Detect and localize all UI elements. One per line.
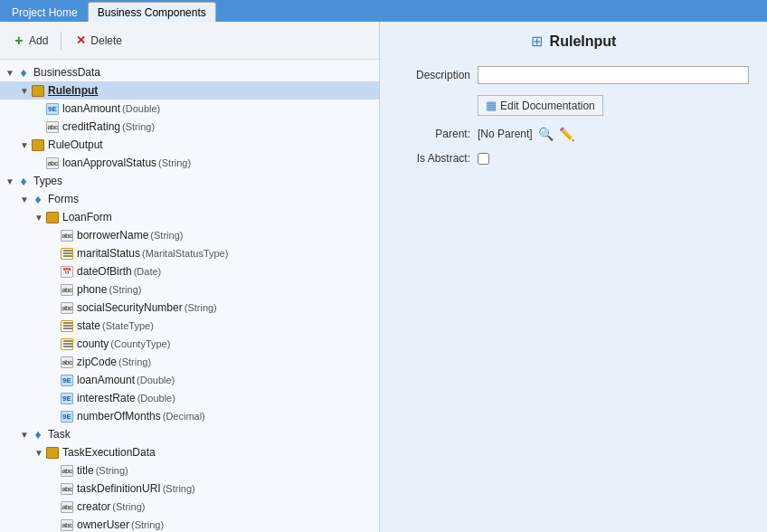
- label-task: Task: [48, 428, 71, 441]
- label-borrower-name: borrowerName: [77, 229, 148, 242]
- label-loan-amount: loanAmount: [62, 102, 120, 115]
- delete-button[interactable]: Delete: [71, 33, 126, 49]
- tree-item-loan-form[interactable]: ▼ LoanForm: [0, 208, 379, 226]
- tree-item-rule-input[interactable]: ▼ RuleInput: [0, 81, 379, 100]
- left-panel: Add Delete ▼ ♦ BusinessData ▼: [0, 22, 380, 532]
- tree-item-state[interactable]: state (StateType): [0, 317, 379, 335]
- toggle-rule-input[interactable]: ▼: [18, 84, 31, 97]
- toggle-loan-form[interactable]: ▼: [33, 211, 45, 223]
- tab-business-components[interactable]: Business Components: [88, 2, 216, 22]
- date-icon-dob: 📅: [60, 264, 74, 279]
- blue-folder-icon-task: ♦: [31, 427, 45, 442]
- tree-item-marital-status[interactable]: maritalStatus (MaritalStatusType): [0, 244, 379, 262]
- main-content: Add Delete ▼ ♦ BusinessData ▼: [0, 22, 767, 532]
- type-marital-status: (MaritalStatusType): [142, 248, 228, 259]
- parent-value-row: [No Parent] 🔍 ✏️: [478, 127, 574, 141]
- type-phone: (String): [109, 284, 141, 295]
- tab-project-home[interactable]: Project Home: [2, 2, 88, 22]
- 99e-icon-loan: 9E: [45, 101, 60, 116]
- 99e-icon-months: 9E: [60, 409, 74, 423]
- type-ssn: (String): [185, 302, 217, 313]
- class-icon-loan-form: [45, 210, 60, 224]
- tree-item-county[interactable]: county (CountyType): [0, 335, 379, 353]
- tree-item-zip[interactable]: abc zipCode (String): [0, 353, 379, 371]
- tree-item-loan-amount2[interactable]: 9E loanAmount (Double): [0, 371, 379, 389]
- type-owner-user: (String): [131, 519, 164, 530]
- description-input[interactable]: [478, 66, 749, 84]
- abc-icon-phone: abc: [60, 282, 74, 297]
- blue-folder-icon-types: ♦: [16, 174, 31, 188]
- is-abstract-row: Is Abstract:: [398, 152, 749, 165]
- 99e-icon-loan2: 9E: [60, 373, 74, 387]
- label-num-months: numberOfMonths: [77, 410, 161, 423]
- label-marital-status: maritalStatus: [77, 247, 140, 260]
- label-task-def-uri: taskDefinitionURI: [77, 482, 161, 495]
- toggle-task[interactable]: ▼: [18, 428, 31, 441]
- abc-icon-task-def: abc: [60, 481, 74, 496]
- tree-item-dob[interactable]: 📅 dateOfBirth (Date): [0, 262, 379, 280]
- toggle-business-data[interactable]: ▼: [4, 66, 16, 79]
- label-dob: dateOfBirth: [77, 265, 132, 278]
- tree-item-ssn[interactable]: abc socialSecurityNumber (String): [0, 299, 379, 317]
- toggle-forms[interactable]: ▼: [18, 193, 31, 205]
- edit-doc-label: Edit Documentation: [500, 100, 595, 112]
- toggle-types[interactable]: ▼: [4, 175, 16, 187]
- tree-item-title[interactable]: abc title (String): [0, 461, 379, 480]
- tree-item-creator[interactable]: abc creator (String): [0, 498, 379, 516]
- right-panel-title: RuleInput: [550, 33, 617, 50]
- tree-item-credit-rating[interactable]: abc creditRating (String): [0, 118, 379, 136]
- blue-folder-icon: ♦: [16, 65, 31, 80]
- label-interest-rate: interestRate: [77, 392, 136, 404]
- label-ssn: socialSecurityNumber: [77, 301, 183, 314]
- rule-input-icon: ⊞: [531, 33, 543, 50]
- label-state: state: [77, 319, 100, 332]
- type-dob: (Date): [134, 266, 162, 277]
- is-abstract-label: Is Abstract:: [398, 152, 470, 165]
- tree-item-borrower-name[interactable]: abc borrowerName (String): [0, 226, 379, 244]
- add-label: Add: [29, 34, 48, 47]
- add-button[interactable]: Add: [9, 33, 52, 49]
- tree-item-loan-amount[interactable]: 9E loanAmount (Double): [0, 100, 379, 118]
- tree-item-num-months[interactable]: 9E numberOfMonths (Decimal): [0, 407, 379, 425]
- tree-item-forms[interactable]: ▼ ♦ Forms: [0, 190, 379, 208]
- class-icon-rule-output: [31, 138, 45, 152]
- tree-item-phone[interactable]: abc phone (String): [0, 280, 379, 299]
- tree-item-task-def-uri[interactable]: abc taskDefinitionURI (String): [0, 480, 379, 498]
- delete-label: Delete: [90, 34, 122, 47]
- type-county: (CountyType): [110, 338, 170, 349]
- label-credit-rating: creditRating: [62, 120, 120, 133]
- right-panel-header: ⊞ RuleInput: [380, 22, 767, 57]
- tree-item-business-data[interactable]: ▼ ♦ BusinessData: [0, 63, 379, 81]
- tree-item-interest-rate[interactable]: 9E interestRate (Double): [0, 389, 379, 407]
- tree-item-task[interactable]: ▼ ♦ Task: [0, 425, 379, 443]
- tree-item-rule-output[interactable]: ▼ RuleOutput: [0, 136, 379, 154]
- toggle-rule-output[interactable]: ▼: [18, 138, 31, 151]
- is-abstract-checkbox[interactable]: [478, 153, 489, 165]
- toggle-task-exec[interactable]: ▼: [33, 446, 45, 459]
- parent-row: Parent: [No Parent] 🔍 ✏️: [398, 127, 749, 141]
- label-owner-user: ownerUser: [77, 518, 129, 531]
- tree-item-task-exec[interactable]: ▼ TaskExecutionData: [0, 443, 379, 461]
- toolbar: Add Delete: [0, 22, 379, 60]
- tree-container[interactable]: ▼ ♦ BusinessData ▼ RuleInput 9E: [0, 60, 379, 532]
- type-credit-rating: (String): [122, 121, 155, 132]
- tree-item-loan-approval[interactable]: abc loanApprovalStatus (String): [0, 154, 379, 172]
- description-row: Description: [398, 66, 749, 84]
- type-creator: (String): [112, 501, 145, 512]
- edit-doc-button[interactable]: ▦ Edit Documentation: [478, 95, 603, 116]
- type-interest-rate: (Double): [137, 393, 175, 404]
- abc-icon-credit: abc: [45, 119, 60, 134]
- parent-edit-icon[interactable]: ✏️: [559, 127, 574, 141]
- description-label: Description: [398, 69, 470, 81]
- edit-doc-icon: ▦: [486, 99, 497, 112]
- lines-icon-marital: [60, 246, 74, 261]
- tree-item-types[interactable]: ▼ ♦ Types: [0, 172, 379, 190]
- class-icon-task-exec: [45, 445, 60, 460]
- parent-search-icon[interactable]: 🔍: [538, 127, 554, 141]
- type-loan-amount: (Double): [122, 103, 160, 114]
- delete-icon: [74, 34, 87, 47]
- type-loan-amount2: (Double): [137, 375, 175, 385]
- type-title: (String): [96, 465, 128, 476]
- label-county: county: [77, 337, 109, 350]
- tree-item-owner-user[interactable]: abc ownerUser (String): [0, 516, 379, 532]
